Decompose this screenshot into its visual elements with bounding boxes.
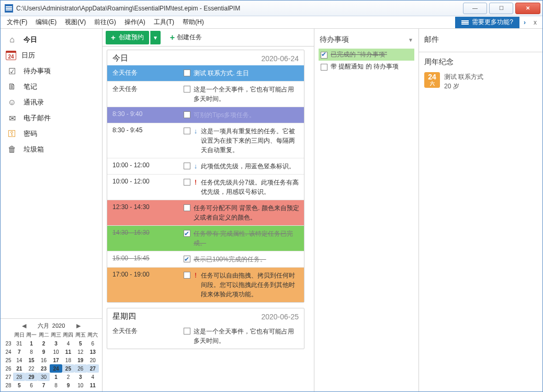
agenda-row[interactable]: 全天任务这是一个全天事件，它也有可能占用多天时间。	[107, 81, 304, 107]
agenda-row[interactable]: 14:30 - 16:30任务带有 完成属性. 该特定任务已完成。	[107, 225, 304, 251]
task-checkbox[interactable]	[184, 230, 190, 237]
menu-help[interactable]: 帮助(H)	[178, 17, 208, 28]
minical-grid[interactable]: 周日周一周二周三周四周五周六23311234562478910111213251…	[4, 331, 99, 389]
minical-day[interactable]: 4	[62, 339, 74, 348]
todo-item[interactable]: 带 提醒通知 的 待办事项	[319, 61, 414, 73]
agenda-row[interactable]: 17:00 - 19:00!任务可以自由拖拽、拷贝到任何时间段。您可以拖拽此任务…	[107, 267, 304, 302]
todo-item[interactable]: 已完成的 "待办事项"	[319, 49, 414, 61]
promo-banner[interactable]: 需要更多功能?	[455, 17, 519, 28]
minical-day[interactable]: 1	[25, 339, 37, 348]
minical-day[interactable]: 26	[74, 364, 86, 373]
minical-day[interactable]: 10	[50, 348, 62, 356]
task-checkbox[interactable]	[184, 111, 190, 118]
minical-day[interactable]: 6	[25, 381, 37, 389]
minical-day[interactable]: 18	[62, 356, 74, 364]
minical-day[interactable]: 7	[38, 381, 50, 389]
minical-day[interactable]: 20	[87, 356, 99, 364]
minical-day[interactable]: 14	[13, 356, 25, 364]
menu-edit[interactable]: 编辑(E)	[31, 17, 61, 28]
task-checkbox[interactable]	[184, 128, 190, 134]
task-checkbox[interactable]	[184, 163, 190, 169]
minical-day[interactable]: 2	[62, 373, 74, 381]
promo-close-button[interactable]: x	[530, 19, 540, 26]
minical-day[interactable]: 15	[25, 356, 37, 364]
minical-day[interactable]: 11	[62, 348, 74, 356]
todo-checkbox[interactable]	[321, 52, 327, 59]
agenda-row[interactable]: 8:30 - 9:40可别的Tips多项任务。	[107, 107, 304, 123]
minical-day[interactable]: 24	[50, 364, 62, 373]
agenda-row[interactable]: 10:00 - 12:00↓此项低优先级，用蓝色竖条标识。	[107, 158, 304, 174]
minical-next[interactable]: ▶	[75, 322, 82, 329]
minical-day[interactable]: 8	[25, 348, 37, 356]
minical-day[interactable]: 9	[62, 381, 74, 389]
task-checkbox[interactable]	[184, 179, 190, 186]
minical-day[interactable]: 28	[13, 373, 25, 381]
nav-trash[interactable]: 🗑 垃圾箱	[1, 142, 102, 157]
minical-day[interactable]: 2	[38, 339, 50, 348]
nav-todo[interactable]: ☑ 待办事项	[1, 63, 102, 79]
maximize-button[interactable]: ☐	[489, 3, 513, 14]
nav-passwords[interactable]: ⚿ 密码	[1, 126, 102, 142]
minical-day[interactable]: 8	[50, 381, 62, 389]
task-checkbox[interactable]	[184, 86, 190, 93]
minical-day[interactable]: 16	[38, 356, 50, 364]
minical-day[interactable]: 27	[87, 364, 99, 373]
minical-day[interactable]: 31	[13, 339, 25, 348]
agenda-list[interactable]: 今日2020-06-24全天任务测试 联系方式. 生日全天任务这是一个全天事件，…	[103, 47, 314, 391]
menu-go[interactable]: 前往(G)	[90, 17, 120, 28]
todo-dropdown-icon[interactable]: ▼	[408, 37, 413, 43]
agenda-row[interactable]: 12:30 - 14:30任务可分配不同 背景色. 颜色来自预定义或者自定义的颜…	[107, 200, 304, 225]
task-checkbox[interactable]	[184, 70, 190, 76]
minical-day[interactable]: 4	[87, 373, 99, 381]
minical-day[interactable]: 10	[74, 381, 86, 389]
task-checkbox[interactable]	[184, 256, 190, 262]
agenda-row[interactable]: 10:00 - 12:00!任务优先级共分7级。此项任务有高优先级，用感叹号标识…	[107, 174, 304, 200]
minical-day[interactable]: 5	[13, 381, 25, 389]
todo-text: 已完成的 "待办事项"	[331, 50, 387, 59]
nav-today[interactable]: ⌂ 今日	[1, 32, 102, 48]
minical-day[interactable]: 19	[74, 356, 86, 364]
minical-day[interactable]: 11	[87, 381, 99, 389]
close-button[interactable]: ✕	[515, 3, 540, 14]
task-checkbox[interactable]	[184, 328, 190, 335]
minical-day[interactable]: 21	[13, 364, 25, 373]
nav-notes[interactable]: 🗎 笔记	[1, 79, 102, 95]
menu-actions[interactable]: 操作(A)	[120, 17, 150, 28]
minical-day[interactable]: 30	[38, 373, 50, 381]
anniversary-item[interactable]: 24 六 测试 联系方式 20 岁	[424, 72, 537, 91]
minical-day[interactable]: 13	[87, 348, 99, 356]
minical-day[interactable]: 7	[13, 348, 25, 356]
create-appointment-button[interactable]: + 创建预约	[106, 31, 149, 44]
promo-next-icon[interactable]: ›	[519, 19, 530, 26]
minical-day[interactable]: 6	[87, 339, 99, 348]
minical-day[interactable]: 17	[50, 356, 62, 364]
agenda-text: 任务可以自由拖拽、拷贝到任何时间段。您可以拖拽此任务到其他时段来体验此项功能。	[201, 271, 300, 299]
minical-day[interactable]: 3	[50, 339, 62, 348]
create-appointment-dropdown[interactable]: ▾	[150, 31, 161, 44]
task-checkbox[interactable]	[184, 272, 190, 279]
minical-prev[interactable]: ◀	[21, 322, 27, 329]
agenda-row[interactable]: 15:00 - 15:45表示已100%完成的任务。	[107, 251, 304, 267]
menu-file[interactable]: 文件(F)	[3, 17, 31, 28]
minical-day[interactable]: 12	[74, 348, 86, 356]
minical-day[interactable]: 1	[50, 373, 62, 381]
minical-day[interactable]: 3	[74, 373, 86, 381]
minical-day[interactable]: 23	[38, 364, 50, 373]
minical-day[interactable]: 25	[62, 364, 74, 373]
nav-mail[interactable]: ✉ 电子邮件	[1, 110, 102, 126]
agenda-row[interactable]: 全天任务这是一个全天事件，它也有可能占用多天时间。	[107, 324, 304, 349]
minical-day[interactable]: 5	[74, 339, 86, 348]
menu-view[interactable]: 视图(V)	[61, 17, 90, 28]
menu-tools[interactable]: 工具(T)	[150, 17, 178, 28]
agenda-row[interactable]: 8:30 - 9:45↓这是一项具有重复性的任务。它被设置为在接下来的三周内、每…	[107, 123, 304, 158]
minical-day[interactable]: 9	[38, 348, 50, 356]
task-checkbox[interactable]	[184, 204, 190, 211]
todo-checkbox[interactable]	[321, 64, 327, 71]
create-task-button[interactable]: + 创建任务	[166, 31, 206, 44]
nav-contacts[interactable]: ☺ 通讯录	[1, 95, 102, 110]
minical-day[interactable]: 29	[25, 373, 37, 381]
minical-day[interactable]: 22	[25, 364, 37, 373]
agenda-row[interactable]: 全天任务测试 联系方式. 生日	[107, 65, 304, 81]
minimize-button[interactable]: —	[463, 3, 487, 14]
nav-calendar[interactable]: 24 日历	[1, 48, 102, 63]
